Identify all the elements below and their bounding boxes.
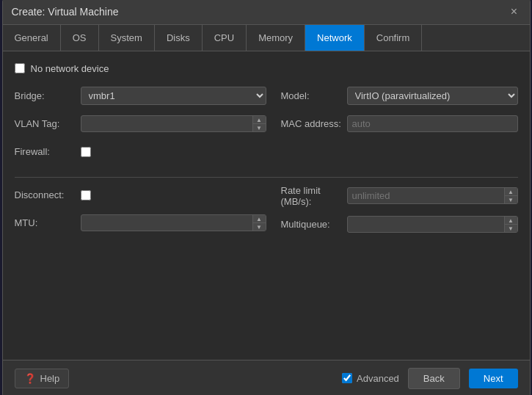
tab-network[interactable]: Network: [305, 25, 365, 51]
left-column: Bridge: vmbr1 VLAN Tag: 10 ▲ ▼: [15, 86, 266, 170]
tab-disks[interactable]: Disks: [155, 25, 203, 51]
create-vm-dialog: Create: Virtual Machine × General OS Sys…: [2, 0, 531, 395]
rate-input[interactable]: [347, 187, 518, 204]
multiqueue-control: ▲ ▼: [347, 216, 518, 233]
vlan-row: VLAN Tag: 10 ▲ ▼: [15, 114, 266, 134]
bridge-label: Bridge:: [15, 90, 81, 101]
tab-general[interactable]: General: [3, 25, 61, 51]
disconnect-row: Disconnect:: [15, 185, 266, 206]
no-network-row: No network device: [15, 63, 518, 74]
dialog-title: Create: Virtual Machine: [12, 6, 119, 18]
network-form: Bridge: vmbr1 VLAN Tag: 10 ▲ ▼: [15, 86, 518, 170]
rate-down[interactable]: ▼: [505, 196, 517, 203]
form-content: No network device Bridge: vmbr1 VLAN Tag…: [3, 51, 530, 360]
bridge-row: Bridge: vmbr1: [15, 86, 266, 106]
mtu-down[interactable]: ▼: [253, 223, 266, 231]
mac-row: MAC address:: [281, 114, 518, 134]
next-button[interactable]: Next: [469, 369, 518, 388]
close-button[interactable]: ×: [508, 5, 521, 18]
firewall-label: Firewall:: [15, 146, 81, 157]
vlan-input[interactable]: 10: [81, 115, 266, 132]
advanced-wrap: Advanced: [342, 373, 399, 384]
advanced-form: Disconnect: MTU: 1500 (1 = bridge MTU) ▲…: [15, 185, 518, 242]
no-network-checkbox[interactable]: [15, 63, 25, 73]
bridge-control: vmbr1: [81, 87, 266, 105]
rate-up[interactable]: ▲: [505, 188, 517, 196]
multiqueue-label: Multiqueue:: [281, 219, 347, 230]
mtu-label: MTU:: [15, 217, 81, 228]
footer-right: Advanced Back Next: [342, 368, 517, 389]
firewall-row: Firewall:: [15, 142, 266, 162]
mtu-input[interactable]: 1500 (1 = bridge MTU): [81, 214, 266, 231]
model-label: Model:: [281, 90, 347, 101]
mtu-control: 1500 (1 = bridge MTU) ▲ ▼: [81, 214, 266, 231]
adv-right-column: Rate limit (MB/s): ▲ ▼ Multiqueue:: [266, 185, 518, 242]
tab-cpu[interactable]: CPU: [203, 25, 247, 51]
tab-confirm[interactable]: Confirm: [365, 25, 423, 51]
rate-spinner: ▲ ▼: [504, 188, 517, 203]
mtu-spinner: ▲ ▼: [252, 215, 266, 231]
firewall-checkbox[interactable]: [81, 147, 91, 157]
tab-os[interactable]: OS: [61, 25, 99, 51]
rate-control: ▲ ▼: [347, 187, 518, 204]
tab-system[interactable]: System: [99, 25, 155, 51]
advanced-label[interactable]: Advanced: [357, 373, 399, 384]
rate-row: Rate limit (MB/s): ▲ ▼: [281, 185, 518, 207]
bridge-select[interactable]: vmbr1: [81, 87, 266, 105]
vlan-spinner: ▲ ▼: [252, 116, 266, 131]
advanced-checkbox[interactable]: [342, 373, 352, 383]
right-column: Model: VirtIO (paravirtualized) MAC addr…: [266, 86, 518, 170]
help-icon: ❓: [24, 373, 36, 384]
disconnect-checkbox[interactable]: [81, 190, 91, 200]
vlan-control: 10 ▲ ▼: [81, 115, 266, 132]
section-divider: [15, 177, 518, 178]
vlan-up[interactable]: ▲: [253, 116, 266, 124]
mtu-row: MTU: 1500 (1 = bridge MTU) ▲ ▼: [15, 213, 266, 233]
mtu-up[interactable]: ▲: [253, 215, 266, 223]
back-button[interactable]: Back: [408, 368, 460, 389]
mac-input[interactable]: [347, 115, 518, 132]
model-row: Model: VirtIO (paravirtualized): [281, 86, 518, 106]
tab-memory[interactable]: Memory: [247, 25, 305, 51]
model-select[interactable]: VirtIO (paravirtualized): [347, 87, 518, 105]
help-button[interactable]: ❓ Help: [15, 369, 70, 388]
mac-control: [347, 115, 518, 132]
disconnect-label: Disconnect:: [15, 189, 81, 200]
vlan-down[interactable]: ▼: [253, 124, 266, 131]
mac-label: MAC address:: [281, 118, 347, 129]
no-network-label[interactable]: No network device: [31, 63, 109, 74]
tab-bar: General OS System Disks CPU Memory Netwo…: [3, 25, 530, 51]
title-bar: Create: Virtual Machine ×: [3, 0, 530, 25]
help-label: Help: [40, 373, 60, 384]
multiqueue-up[interactable]: ▲: [505, 217, 517, 225]
multiqueue-row: Multiqueue: ▲ ▼: [281, 214, 518, 235]
vlan-label: VLAN Tag:: [15, 118, 81, 129]
footer-left: ❓ Help: [15, 369, 70, 388]
model-control: VirtIO (paravirtualized): [347, 87, 518, 105]
adv-left-column: Disconnect: MTU: 1500 (1 = bridge MTU) ▲…: [15, 185, 266, 242]
dialog-footer: ❓ Help Advanced Back Next: [3, 360, 530, 396]
multiqueue-down[interactable]: ▼: [505, 225, 517, 232]
multiqueue-spinner: ▲ ▼: [504, 217, 517, 232]
multiqueue-input[interactable]: [347, 216, 518, 233]
rate-label: Rate limit (MB/s):: [281, 185, 347, 207]
